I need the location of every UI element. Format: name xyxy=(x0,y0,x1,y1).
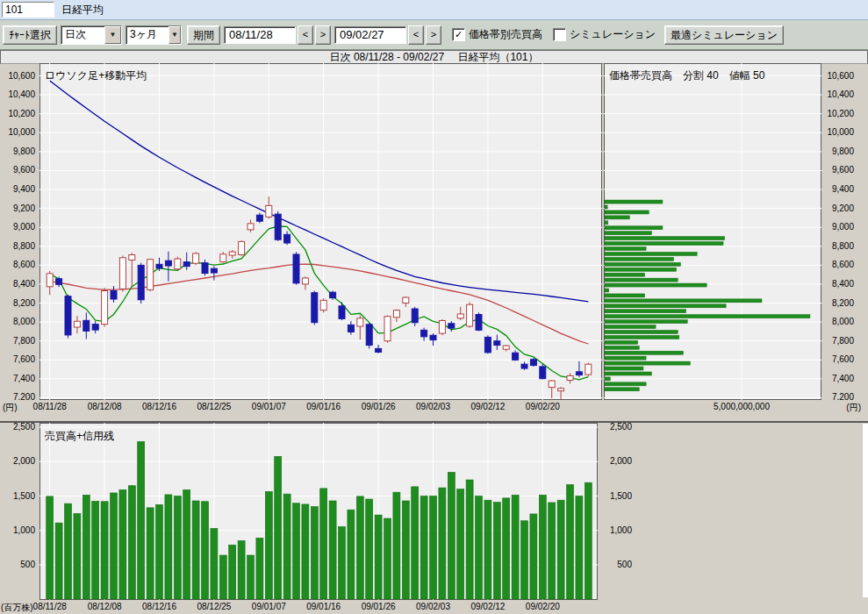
axis-label: 1,500 xyxy=(607,491,632,501)
span-value: 3ヶ月 xyxy=(126,27,169,42)
checkbox-unchecked-icon[interactable] xyxy=(553,28,566,41)
volume-chart-title: 売買高+信用残 xyxy=(45,429,114,444)
axis-label: 7,600 xyxy=(832,354,854,364)
price-axis-left: 7,2007,4007,6007,8008,0008,2008,4008,600… xyxy=(0,63,39,400)
axis-label: 9,600 xyxy=(832,165,854,175)
axis-tick-label: (円) xyxy=(3,402,18,414)
axis-tick-label: 08/12/16 xyxy=(142,402,176,411)
date-axis-bottom: (百万株)08/11/2808/12/0808/12/1608/12/2509/… xyxy=(0,600,868,614)
axis-label: 9,400 xyxy=(832,184,854,194)
axis-label: 8,600 xyxy=(832,260,854,269)
axis-label: 10,600 xyxy=(827,71,854,81)
axis-label: 1,000 xyxy=(607,525,632,535)
axis-tick-label: 09/01/16 xyxy=(306,602,341,611)
axis-label: 500 xyxy=(20,560,35,569)
axis-label: 8,000 xyxy=(13,317,35,326)
axis-label: 9,800 xyxy=(832,146,854,156)
code-bar: 日経平均 xyxy=(0,0,868,20)
frequency-value: 日次 xyxy=(61,27,104,42)
status-bar: 日次 08/11/28 - 09/02/27 日経平均（101） xyxy=(0,50,868,64)
date-from-prev-button[interactable]: < xyxy=(298,25,313,45)
axis-label: 9,800 xyxy=(13,146,35,156)
volume-by-price-chart xyxy=(604,63,821,400)
axis-label: 9,400 xyxy=(13,184,35,194)
axis-label: 7,400 xyxy=(13,374,35,383)
axis-label: 2,500 xyxy=(607,422,632,432)
date-to-next-button[interactable]: > xyxy=(426,25,441,45)
candlestick-chart-title: ロウソク足+移動平均 xyxy=(45,68,147,83)
axis-label: 10,200 xyxy=(827,109,854,118)
optimal-simulation-button[interactable]: 最適シミュレーション xyxy=(664,25,784,45)
volume-axis-right: 5001,0001,5002,0002,500 xyxy=(602,423,655,600)
axis-label: 10,400 xyxy=(8,89,35,99)
axis-label: 7,400 xyxy=(832,374,854,383)
chart-application-window: 日経平均 ﾁｬｰﾄ選択 日次 ▼ 3ヶ月 ▼ 期間 08/11/28 < > 0… xyxy=(0,0,868,614)
axis-label: 9,000 xyxy=(832,222,854,232)
axis-tick-label: (円) xyxy=(846,402,861,414)
axis-label: 8,000 xyxy=(832,317,854,326)
axis-tick-label: 09/02/20 xyxy=(526,602,560,611)
axis-tick-label: 09/01/26 xyxy=(362,402,396,411)
axis-label: 10,000 xyxy=(8,127,35,137)
simulation-checkbox-label: シミュレーション xyxy=(570,27,656,42)
axis-tick-label: 09/01/07 xyxy=(252,402,286,411)
price-axis-right: 7,2007,4007,6007,8008,0008,2008,4008,600… xyxy=(821,63,868,400)
axis-label: 10,600 xyxy=(8,71,35,81)
date-from-next-button[interactable]: > xyxy=(315,25,331,45)
axis-label: 1,500 xyxy=(13,491,35,501)
axis-label: 8,800 xyxy=(13,241,35,251)
period-button[interactable]: 期間 xyxy=(187,25,220,45)
axis-label: 9,600 xyxy=(13,165,35,175)
axis-tick-label: 5,000,000,000 xyxy=(714,402,770,411)
date-to-input[interactable]: 09/02/27 xyxy=(334,26,406,44)
frequency-dropdown[interactable]: 日次 ▼ xyxy=(61,25,122,45)
axis-tick-label: 08/12/08 xyxy=(88,402,122,411)
axis-label: 8,200 xyxy=(832,298,854,308)
axis-tick-label: 09/02/20 xyxy=(526,402,560,411)
axis-label: 9,200 xyxy=(13,203,35,213)
chevron-down-icon[interactable]: ▼ xyxy=(169,26,181,44)
axis-tick-label: 08/12/25 xyxy=(197,402,231,411)
toolbar: ﾁｬｰﾄ選択 日次 ▼ 3ヶ月 ▼ 期間 08/11/28 < > 09/02/… xyxy=(0,20,868,50)
axis-label: 7,800 xyxy=(832,336,854,346)
axis-label: 8,800 xyxy=(832,241,854,251)
axis-tick-label: 09/02/12 xyxy=(470,602,505,611)
axis-tick-label: 09/01/16 xyxy=(306,402,341,411)
candlestick-chart xyxy=(39,63,602,400)
axis-label: 10,200 xyxy=(8,109,35,118)
volume-chart xyxy=(39,423,598,600)
chevron-down-icon[interactable]: ▼ xyxy=(104,26,121,44)
date-to-prev-button[interactable]: < xyxy=(408,25,424,45)
axis-tick-label: 08/12/16 xyxy=(142,602,176,611)
axis-label: 1,000 xyxy=(13,525,35,535)
checkbox-checked-icon[interactable]: ✓ xyxy=(452,28,465,41)
axis-tick-label: 09/02/03 xyxy=(416,602,450,611)
axis-label: 8,400 xyxy=(13,279,35,289)
axis-label: 8,200 xyxy=(13,298,35,308)
chart-select-button[interactable]: ﾁｬｰﾄ選択 xyxy=(3,25,57,45)
axis-label: 500 xyxy=(607,560,632,569)
axis-label: 9,200 xyxy=(832,203,854,213)
simulation-checkbox[interactable]: シミュレーション xyxy=(553,27,656,42)
axis-tick-label: 08/11/28 xyxy=(33,602,67,611)
axis-tick-label: 08/12/25 xyxy=(197,602,231,611)
axis-tick-label: 09/01/07 xyxy=(252,602,286,611)
axis-label: 8,600 xyxy=(13,260,35,269)
axis-label: 10,000 xyxy=(827,127,854,137)
scrollbar-track[interactable] xyxy=(863,424,868,597)
axis-label: 10,400 xyxy=(827,89,854,99)
volume-by-price-checkbox[interactable]: ✓ 価格帯別売買高 xyxy=(452,27,542,42)
axis-label: 7,800 xyxy=(13,336,35,346)
axis-tick-label: 09/02/12 xyxy=(470,402,505,411)
axis-tick-label: (百万株) xyxy=(1,602,33,614)
axis-tick-label: 08/12/08 xyxy=(88,602,122,611)
span-dropdown[interactable]: 3ヶ月 ▼ xyxy=(126,25,182,45)
volume-by-price-checkbox-label: 価格帯別売買高 xyxy=(469,27,542,42)
axis-label: 7,600 xyxy=(13,354,35,364)
date-from-input[interactable]: 08/11/28 xyxy=(224,26,296,44)
stock-code-input[interactable] xyxy=(2,2,54,18)
axis-tick-label: 09/01/26 xyxy=(362,602,396,611)
stock-name-label: 日経平均 xyxy=(61,3,104,18)
axis-label: 8,400 xyxy=(832,279,854,289)
date-axis-top: (円)08/11/2808/12/0808/12/1608/12/2509/01… xyxy=(0,400,868,414)
